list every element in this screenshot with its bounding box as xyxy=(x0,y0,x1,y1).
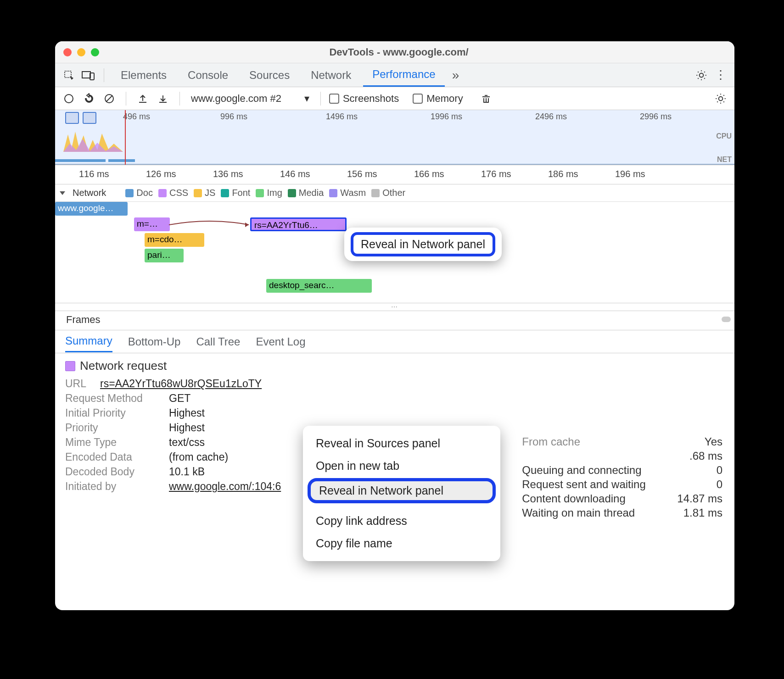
legend-css: CSS xyxy=(158,188,188,198)
legend-wasm: Wasm xyxy=(329,188,366,198)
request-bar[interactable]: m=cdo… xyxy=(145,233,204,247)
network-track-label: Network xyxy=(73,188,106,198)
menu-item-copy-link[interactable]: Copy link address xyxy=(303,510,500,532)
overview-tick: 1996 ms xyxy=(431,112,462,122)
overview-tick: 2996 ms xyxy=(640,112,672,122)
svg-rect-1 xyxy=(82,72,90,78)
device-toolbar-icon[interactable] xyxy=(80,67,96,83)
menu-item-reveal-sources[interactable]: Reveal in Sources panel xyxy=(303,432,500,455)
save-profile-icon[interactable] xyxy=(155,90,171,107)
timing-duration-value: .68 ms xyxy=(689,450,722,462)
tab-performance[interactable]: Performance xyxy=(363,63,444,87)
clear-button[interactable] xyxy=(101,90,118,107)
load-profile-icon[interactable] xyxy=(134,90,151,107)
recording-selector[interactable]: www.google.com #2 ▾ xyxy=(188,91,312,106)
overview-window-handle[interactable] xyxy=(65,112,79,124)
garbage-collect-icon[interactable] xyxy=(478,90,494,107)
close-window-button[interactable] xyxy=(63,48,72,56)
encoded-value: (from cache) xyxy=(169,451,228,463)
ruler-tick: 146 ms xyxy=(280,169,310,179)
pane-resize-handle[interactable]: ⋯ xyxy=(55,303,734,311)
initial-priority-label: Initial Priority xyxy=(65,407,162,419)
tab-console[interactable]: Console xyxy=(179,64,237,86)
method-label: Request Method xyxy=(65,392,162,405)
url-link[interactable]: rs=AA2YrTtu68wU8rQSEu1zLoTY xyxy=(100,378,262,390)
reload-record-button[interactable] xyxy=(81,90,97,107)
kebab-menu-icon[interactable]: ⋮ xyxy=(712,67,729,83)
ruler-tick: 126 ms xyxy=(146,169,176,179)
legend-other: Other xyxy=(371,188,405,198)
request-bar[interactable]: www.google… xyxy=(55,202,128,216)
menu-item-copy-filename[interactable]: Copy file name xyxy=(303,532,500,555)
overview-window-handle[interactable] xyxy=(83,112,96,124)
menu-item-reveal-network[interactable]: Reveal in Network panel xyxy=(308,478,496,503)
divider xyxy=(320,92,321,106)
net-mini-bar xyxy=(108,159,135,162)
tab-elements[interactable]: Elements xyxy=(112,64,176,86)
menu-item-open-new-tab[interactable]: Open in new tab xyxy=(303,455,500,477)
request-bar[interactable]: m=… xyxy=(134,217,170,231)
cpu-flame-mini xyxy=(63,130,146,152)
network-track-header[interactable]: Network Doc CSS JS Font Img Media Wasm O… xyxy=(55,184,734,202)
overview-timeline[interactable]: 496 ms 996 ms 1496 ms 1996 ms 2496 ms 29… xyxy=(55,110,734,165)
window-title: DevTools - www.google.com/ xyxy=(99,46,699,58)
timing-row-label: Request sent and waiting xyxy=(522,478,664,491)
memory-label: Memory xyxy=(426,93,463,105)
request-title: Network request xyxy=(65,359,724,373)
capture-settings-icon[interactable] xyxy=(712,90,729,107)
memory-checkbox[interactable] xyxy=(413,94,423,104)
devtools-window: DevTools - www.google.com/ Elements Cons… xyxy=(55,41,734,610)
details-tabs: Summary Bottom-Up Call Tree Event Log xyxy=(55,330,734,353)
priority-value: Highest xyxy=(169,422,205,434)
performance-toolbar: www.google.com #2 ▾ Screenshots Memory xyxy=(55,87,734,110)
request-bar[interactable]: pari… xyxy=(145,249,184,262)
svg-line-4 xyxy=(106,95,112,102)
detail-tab-bottom-up[interactable]: Bottom-Up xyxy=(128,332,181,352)
inspect-element-icon[interactable] xyxy=(61,67,77,83)
settings-icon[interactable] xyxy=(693,67,710,83)
maximize-window-button[interactable] xyxy=(91,48,99,56)
dropdown-caret-icon: ▾ xyxy=(304,93,309,105)
flamechart-area: Network Doc CSS JS Font Img Media Wasm O… xyxy=(55,184,734,311)
divider xyxy=(104,68,104,82)
tab-network[interactable]: Network xyxy=(302,64,360,86)
legend-img: Img xyxy=(256,188,282,198)
overview-tick: 496 ms xyxy=(123,112,150,122)
mime-value: text/css xyxy=(169,436,205,449)
initial-priority-value: Highest xyxy=(169,407,205,419)
ruler-tick: 196 ms xyxy=(615,169,645,179)
decoded-value: 10.1 kB xyxy=(169,466,205,478)
request-bar[interactable]: desktop_searc… xyxy=(266,279,372,293)
overview-net-label: NET xyxy=(717,156,732,164)
frames-label: Frames xyxy=(66,314,101,325)
frames-track[interactable]: Frames xyxy=(55,311,734,330)
minimize-window-button[interactable] xyxy=(77,48,85,56)
disclosure-triangle-icon[interactable] xyxy=(60,191,65,195)
tooltip-text: Reveal in Network panel xyxy=(351,232,495,256)
method-value: GET xyxy=(169,392,190,405)
flamechart-ruler[interactable]: 116 ms 126 ms 136 ms 146 ms 156 ms 166 m… xyxy=(55,165,734,184)
url-label: URL xyxy=(65,378,93,390)
ruler-tick: 166 ms xyxy=(414,169,444,179)
screenshots-checkbox[interactable] xyxy=(329,94,339,104)
overview-cpu-label: CPU xyxy=(716,132,732,140)
marker-line xyxy=(125,110,126,165)
initiated-by-link[interactable]: www.google.com/:104:6 xyxy=(169,480,281,493)
request-bar-selected[interactable]: rs=AA2YrTtu6… xyxy=(250,217,347,231)
record-button[interactable] xyxy=(61,90,77,107)
timing-column: From cacheYes x.68 ms Queuing and connec… xyxy=(522,434,722,521)
detail-tab-summary[interactable]: Summary xyxy=(65,331,112,352)
tab-sources[interactable]: Sources xyxy=(240,64,299,86)
ruler-tick: 136 ms xyxy=(213,169,243,179)
more-tabs-icon[interactable]: » xyxy=(448,67,464,83)
scrollbar-thumb[interactable] xyxy=(722,317,731,322)
window-controls xyxy=(63,48,99,56)
initiator-arrow xyxy=(169,219,252,233)
from-cache-value: Yes xyxy=(705,435,722,448)
network-tracks[interactable]: www.google… m=… rs=AA2YrTtu6… m=cdo… par… xyxy=(55,202,734,303)
detail-tab-event-log[interactable]: Event Log xyxy=(256,332,305,352)
from-cache-label: From cache xyxy=(522,435,664,448)
detail-tab-call-tree[interactable]: Call Tree xyxy=(196,332,240,352)
hover-tooltip: Reveal in Network panel xyxy=(344,228,502,261)
ruler-tick: 116 ms xyxy=(79,169,109,179)
